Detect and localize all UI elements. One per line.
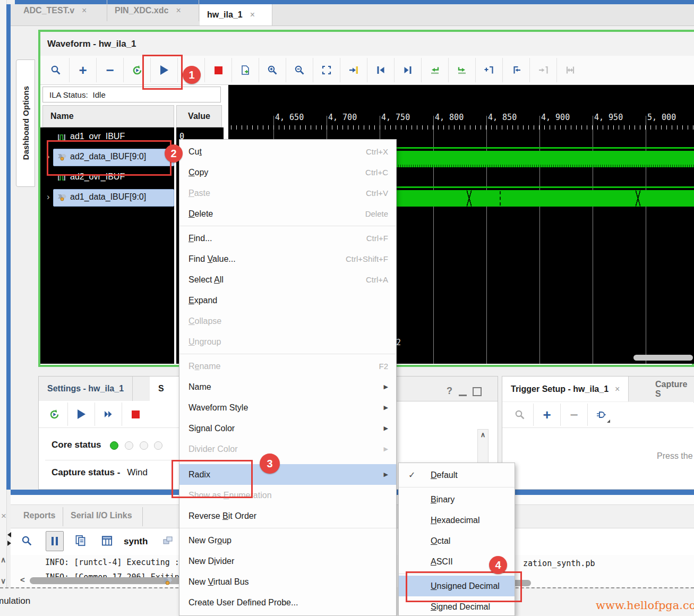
chevron-right-icon[interactable]: › [47, 192, 50, 202]
settings-toolbar [39, 401, 198, 428]
stop-icon[interactable] [122, 403, 149, 426]
menu-shortcut: Ctrl+V [366, 189, 388, 198]
table-icon[interactable] [101, 535, 113, 549]
radix-item-hexadecimal[interactable]: Hexadecimal [399, 510, 515, 531]
add-marker-icon[interactable] [476, 58, 503, 82]
prev-transition-icon[interactable] [367, 58, 395, 82]
zoom-out-icon[interactable] [286, 58, 313, 82]
scroll-right-mini-icon[interactable] [7, 541, 11, 546]
refresh-icon[interactable] [41, 403, 68, 426]
close-icon[interactable]: × [615, 384, 620, 394]
hidden-tab-close-icon[interactable]: × [1, 511, 6, 521]
menu-item-find-value[interactable]: Find Value... Ctrl+Shift+F [179, 249, 396, 269]
tab-capture-setup-partial[interactable]: Capture S [647, 377, 694, 401]
menu-item-select-all[interactable]: Select All Ctrl+A [179, 269, 396, 290]
next-transition-icon[interactable] [395, 58, 422, 82]
run-immediate-icon[interactable] [95, 403, 122, 426]
close-icon[interactable]: × [250, 10, 255, 20]
add-icon[interactable]: + [534, 404, 561, 426]
console-line-1: INFO: [runtcl-4] Executing : [45, 558, 179, 567]
tab-adc-test[interactable]: ADC_TEST.v × [16, 0, 107, 21]
annotation-step-2: 2 [165, 144, 183, 162]
radix-item-default[interactable]: ✓ Default [399, 465, 515, 485]
tab-pin-xdc[interactable]: PIN_XDC.xdc × [107, 0, 199, 21]
time-label: 4, 850 [488, 113, 517, 122]
ila-status-label: ILA Status: [49, 90, 88, 99]
menu-item-label: Octal [431, 536, 450, 546]
menu-item-copy[interactable]: Copy Ctrl+C [179, 162, 396, 183]
zoom-fit-icon[interactable] [313, 58, 340, 82]
menu-separator [179, 354, 396, 354]
hscroll-left-icon[interactable]: < [20, 575, 25, 584]
goto-marker-icon[interactable] [503, 58, 530, 82]
run-name-label[interactable]: synth [124, 536, 148, 547]
console-scroll-up-icon[interactable]: ∧ [1, 555, 6, 564]
radix-item-binary[interactable]: Binary [399, 489, 515, 510]
waveform-toolbar: + − [40, 56, 694, 85]
menu-item-expand[interactable]: Expand [179, 290, 396, 311]
run-trigger-icon[interactable] [68, 403, 95, 426]
console-scroll-down-icon[interactable]: ∨ [1, 577, 6, 585]
zoom-in-icon[interactable] [259, 58, 286, 82]
search-icon[interactable] [21, 535, 32, 549]
annotation-number: 2 [170, 148, 176, 160]
tab-label: S [158, 384, 164, 393]
annotation-number: 4 [495, 559, 501, 571]
tab-trigger-setup[interactable]: Trigger Setup - hw_ila_1 × [502, 377, 629, 401]
menu-item-divider-color: Divider Color ▶ [179, 439, 396, 459]
copy-log-icon[interactable] [74, 534, 87, 549]
menu-item-reverse-bit-order[interactable]: Reverse Bit Order [179, 506, 396, 526]
menu-item-label: Create User Defined Probe... [189, 598, 388, 608]
menu-item-cut[interactable]: Cut Ctrl+X [179, 141, 396, 162]
tab-reports[interactable]: Reports [23, 511, 55, 520]
menu-item-waveform-style[interactable]: Waveform Style ▶ [179, 397, 396, 418]
time-label: 4, 900 [541, 113, 570, 122]
help-icon[interactable]: ? [447, 386, 452, 397]
core-status-row: Core status [52, 440, 166, 450]
tab-label: hw_ila_1 [207, 10, 243, 20]
menu-item-label: Reverse Bit Order [189, 511, 388, 521]
swap-before-icon[interactable] [422, 58, 449, 82]
stop-icon[interactable] [205, 58, 232, 82]
time-label: 5, 000 [647, 113, 676, 122]
radix-item-octal[interactable]: Octal [399, 531, 515, 551]
menu-item-name[interactable]: Name ▶ [179, 377, 396, 397]
gate-icon[interactable] [588, 404, 614, 426]
goto-time-icon[interactable] [340, 58, 367, 82]
annotation-box-run-trigger [142, 55, 183, 90]
submenu-arrow-icon: ▶ [384, 471, 388, 478]
tab-hw-ila-1[interactable]: hw_ila_1 × [200, 4, 272, 25]
dashboard-options-tab[interactable]: Dashboard Options [16, 59, 35, 187]
export-icon[interactable] [232, 58, 259, 82]
annotation-number: 3 [267, 458, 272, 470]
scroll-left-mini-icon[interactable] [7, 532, 11, 537]
swap-after-icon[interactable] [449, 58, 476, 82]
scroll-up-icon[interactable]: ∧ [481, 431, 486, 439]
value-header-label: Value [188, 112, 210, 121]
tab-serial-io-links[interactable]: Serial I/O Links [71, 511, 132, 520]
menu-item-rename: Rename F2 [179, 356, 396, 377]
pause-icon[interactable] [46, 531, 64, 551]
status-dot-gray [140, 441, 148, 450]
name-column-header[interactable]: Name [42, 105, 174, 127]
menu-item-signal-color[interactable]: Signal Color ▶ [179, 418, 396, 439]
close-icon[interactable]: × [82, 6, 87, 15]
tab-settings-hw-ila-1[interactable]: Settings - hw_ila_1 [39, 377, 133, 401]
close-icon[interactable]: × [176, 6, 181, 15]
minimize-icon[interactable] [459, 395, 467, 396]
add-icon[interactable]: + [70, 58, 97, 82]
remove-icon[interactable]: − [97, 58, 124, 82]
signal-row-ad1-data[interactable]: › ad1_data_IBUF[9:0] [40, 188, 174, 208]
search-icon[interactable] [42, 58, 70, 82]
menu-item-find[interactable]: Find... Ctrl+F [179, 228, 396, 249]
name-header-label: Name [50, 112, 74, 121]
menu-item-label: Name [189, 382, 380, 392]
menu-item-new-virtual-bus[interactable]: New Virtual Bus [179, 571, 396, 592]
menu-item-new-divider[interactable]: New Divider [179, 551, 396, 571]
waveform-hscrollbar[interactable] [633, 355, 693, 361]
value-column-header[interactable]: Value [176, 105, 222, 127]
menu-item-delete[interactable]: Delete Delete [179, 203, 396, 224]
maximize-icon[interactable] [473, 387, 482, 396]
menu-item-new-group[interactable]: New Group [179, 530, 396, 551]
menu-item-create-user-defined-probe[interactable]: Create User Defined Probe... [179, 592, 396, 613]
